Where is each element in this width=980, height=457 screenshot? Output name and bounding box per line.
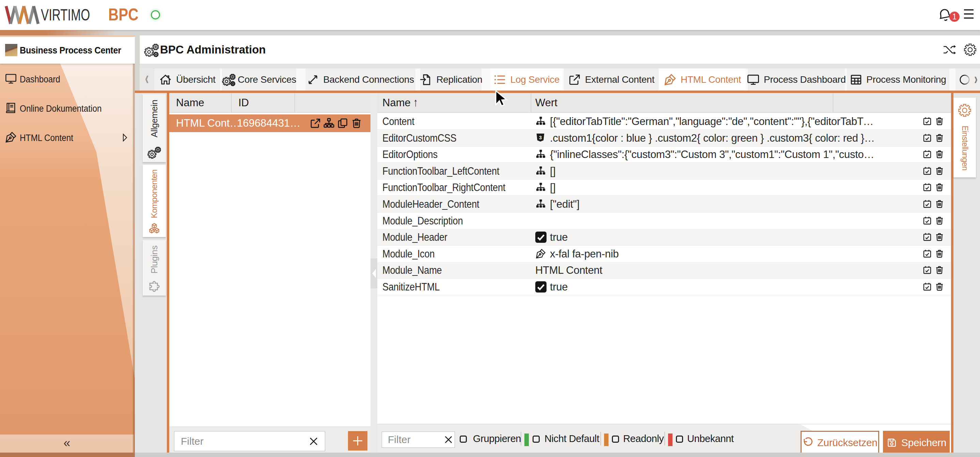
svg-text:3: 3: [539, 134, 542, 140]
